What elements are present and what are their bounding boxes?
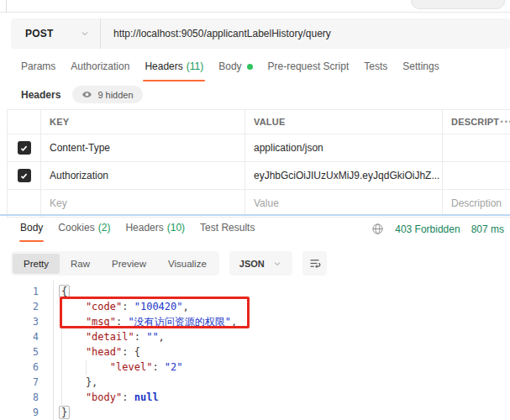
row-checkbox[interactable] (18, 169, 31, 182)
description-placeholder[interactable]: Description (442, 190, 510, 217)
key-placeholder[interactable]: Key (40, 190, 244, 217)
chevron-down-icon (80, 29, 90, 39)
header-description[interactable] (442, 162, 510, 189)
tab-settings[interactable]: Settings (402, 60, 439, 81)
tab-label: Headers (125, 222, 163, 234)
tab-label: Body (20, 222, 43, 234)
row-checkbox[interactable] (18, 141, 31, 155)
json-punctuation: : (152, 361, 164, 373)
code-line: 9 } (0, 405, 510, 420)
fold-widget-icon[interactable]: { (59, 285, 70, 298)
json-punctuation: , (231, 316, 237, 328)
json-key: "code" (61, 301, 122, 312)
tab-label: Body (218, 60, 241, 72)
body-modified-dot-icon (247, 64, 253, 70)
hidden-headers-badge[interactable]: 9 hidden (72, 86, 142, 103)
response-tab-cookies[interactable]: Cookies(2) (58, 222, 110, 242)
fold-widget-icon[interactable]: } (59, 406, 70, 419)
json-key: "level" (61, 361, 152, 373)
line-number: 9 (0, 405, 53, 420)
tab-label: Authorization (71, 60, 129, 72)
view-pretty[interactable]: Pretty (13, 254, 60, 274)
key-column-header: KEY (40, 110, 244, 134)
json-key: "body" (61, 391, 122, 403)
tab-count: (11) (187, 60, 203, 72)
json-null: null (134, 391, 159, 403)
checkbox-column-header (8, 110, 40, 134)
pane-splitter[interactable] (0, 214, 510, 216)
value-placeholder[interactable]: Value (244, 190, 442, 217)
method-dropdown[interactable]: POST (11, 18, 101, 49)
request-url-bar: POST http://localhost:9050/applicantLabe… (11, 18, 510, 49)
language-dropdown[interactable]: JSON (229, 251, 292, 276)
headers-section-header: Headers 9 hidden (21, 86, 143, 103)
response-tab-headers[interactable]: Headers(10) (125, 222, 185, 242)
json-punctuation: : (122, 301, 134, 312)
view-raw[interactable]: Raw (60, 254, 101, 274)
status-code[interactable]: 403 Forbidden (395, 223, 460, 235)
wrap-lines-icon (308, 257, 321, 270)
json-value: "2" (165, 361, 183, 373)
json-value: "没有访问资源的权限" (128, 316, 230, 328)
value-column-header: VALUE (244, 110, 442, 134)
code-line: 1 { (0, 284, 510, 299)
eye-icon (81, 89, 92, 100)
tab-authorization[interactable]: Authorization (71, 60, 129, 81)
code-line: 2 "code": "100420", (0, 299, 510, 314)
wrap-lines-button[interactable] (302, 251, 327, 276)
header-description[interactable] (442, 134, 510, 161)
tab-body[interactable]: Body (218, 60, 252, 81)
json-value: "100420" (134, 301, 183, 312)
language-label: JSON (239, 259, 265, 269)
code-line: 6 "level": "2" (0, 360, 510, 375)
response-tab-body[interactable]: Body (20, 222, 43, 242)
code-line: 7 }, (0, 375, 510, 390)
tab-pre-request-script[interactable]: Pre-request Script (268, 60, 350, 81)
json-punctuation: }, (61, 376, 97, 388)
json-value: "" (146, 331, 158, 343)
json-punctuation: { (134, 346, 140, 358)
code-line: 8 "body": null (0, 390, 510, 405)
table-row: Content-Type application/json (8, 134, 510, 162)
tab-headers[interactable]: Headers(11) (145, 60, 203, 81)
json-punctuation: , (183, 301, 189, 312)
header-value[interactable]: eyJhbGciOiJIUzUxMiJ9.eyJqdGkiOiJhZ... (244, 162, 442, 189)
line-number: 4 (0, 329, 53, 344)
response-tab-test-results[interactable]: Test Results (200, 222, 255, 242)
line-number: 5 (0, 344, 53, 360)
view-visualize[interactable]: Visualize (157, 254, 218, 274)
response-status-group: 403 Forbidden 807 ms (371, 222, 510, 235)
json-punctuation: , (159, 331, 165, 343)
json-punctuation: : (116, 316, 128, 328)
line-number: 6 (0, 360, 53, 375)
code-line: 5 "head": { (0, 344, 510, 360)
hidden-headers-count: 9 hidden (97, 90, 133, 100)
header-key[interactable]: Authorization (40, 162, 244, 189)
top-strip (0, 0, 510, 13)
tab-label: Settings (402, 60, 439, 72)
view-preview[interactable]: Preview (101, 254, 157, 274)
more-options-icon[interactable]: ••• (501, 118, 510, 126)
header-key[interactable]: Content-Type (40, 134, 244, 161)
view-mode-segmented-control: Pretty Raw Preview Visualize (11, 251, 219, 276)
headers-table-header-row: KEY VALUE DESCRIPT ••• (8, 110, 510, 134)
headers-section-title: Headers (21, 89, 60, 101)
json-key: "msg" (61, 316, 116, 328)
header-value[interactable]: application/json (244, 134, 442, 161)
url-text: http://localhost:9050/applicantLabelHist… (113, 28, 331, 39)
json-key: "head" (61, 346, 122, 358)
tab-label: Tests (364, 60, 387, 72)
line-number: 2 (0, 299, 53, 314)
tab-edge-divider (6, 0, 7, 13)
response-tabs: Body Cookies(2) Headers(10) Test Results… (0, 222, 510, 242)
response-body-editor[interactable]: 1 { 2 "code": "100420", 3 "msg": "没有访问资源… (0, 281, 510, 420)
url-input[interactable]: http://localhost:9050/applicantLabelHist… (101, 18, 510, 49)
partial-button[interactable] (411, 0, 505, 9)
code-line: 3 "msg": "没有访问资源的权限", (0, 314, 510, 329)
tab-label: Cookies (58, 222, 94, 234)
tab-params[interactable]: Params (21, 60, 55, 81)
request-tabs: Params Authorization Headers(11) Body Pr… (0, 60, 510, 81)
tab-tests[interactable]: Tests (364, 60, 387, 81)
chevron-down-icon (272, 259, 282, 269)
response-time[interactable]: 807 ms (471, 223, 504, 235)
